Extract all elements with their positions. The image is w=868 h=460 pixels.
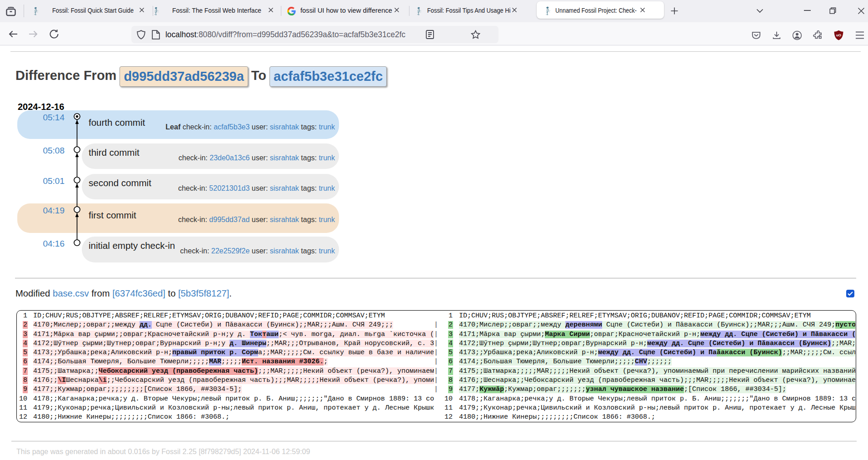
svg-text:uO: uO (836, 33, 841, 37)
